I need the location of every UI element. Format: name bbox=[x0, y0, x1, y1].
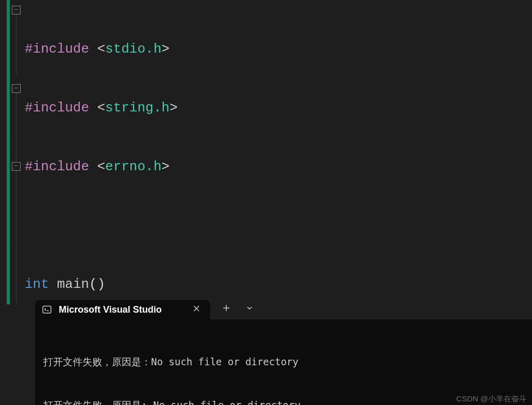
tab-dropdown-button[interactable] bbox=[238, 301, 261, 315]
output-line: 打开文件失败，原因是：No such file or directory bbox=[43, 354, 524, 369]
preprocessor: #include bbox=[25, 41, 89, 57]
header-file: errno.h bbox=[105, 159, 161, 174]
tab-title: Microsoft Visual Studio bbox=[59, 304, 182, 315]
header-file: stdio.h bbox=[105, 41, 161, 57]
function-name: main bbox=[57, 277, 89, 292]
terminal-tab[interactable]: Microsoft Visual Studio bbox=[35, 300, 210, 319]
fold-toggle[interactable]: − bbox=[12, 84, 21, 93]
modified-indicator bbox=[7, 0, 10, 304]
code-content[interactable]: #include <stdio.h> #include <string.h> #… bbox=[25, 0, 494, 304]
preprocessor: #include bbox=[25, 159, 89, 174]
fold-toggle[interactable]: − bbox=[12, 162, 21, 171]
close-icon[interactable] bbox=[190, 303, 203, 316]
watermark: CSDN @小羊在奋斗 bbox=[456, 394, 527, 404]
keyword: int bbox=[25, 277, 49, 292]
code-editor[interactable]: − − − #include <stdio.h> #include <strin… bbox=[0, 0, 532, 304]
new-tab-button[interactable] bbox=[214, 300, 238, 316]
fold-toggle[interactable]: − bbox=[12, 6, 21, 14]
terminal-output[interactable]: 打开文件失败，原因是：No such file or directory 打开文… bbox=[35, 319, 532, 405]
terminal-window: Microsoft Visual Studio 打开文件失败，原因是：No su… bbox=[35, 297, 532, 405]
terminal-tab-bar: Microsoft Visual Studio bbox=[35, 297, 532, 319]
tab-actions bbox=[210, 297, 265, 319]
terminal-icon bbox=[42, 305, 52, 314]
output-line: 打开文件失败，原因是: No such file or directory bbox=[43, 398, 524, 405]
svg-rect-0 bbox=[43, 306, 51, 313]
preprocessor: #include bbox=[25, 100, 89, 116]
header-file: string.h bbox=[105, 100, 170, 116]
